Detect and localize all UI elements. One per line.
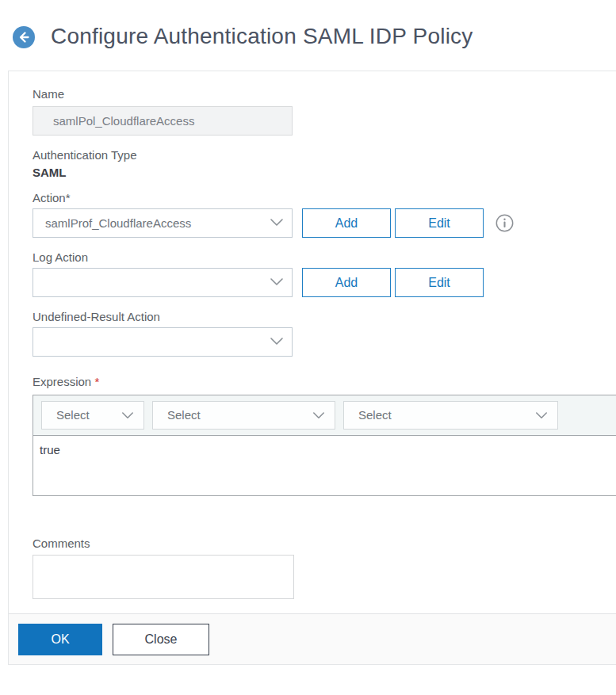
ok-button[interactable]: OK bbox=[18, 624, 102, 655]
chevron-down-icon bbox=[312, 410, 325, 424]
expression-select-3-placeholder: Select bbox=[358, 402, 392, 429]
action-row: samlProf_CloudflareAccess Add Edit bbox=[33, 208, 616, 238]
form-panel: Name samlPol_CloudflareAccess Authentica… bbox=[8, 71, 616, 665]
name-label: Name bbox=[33, 87, 616, 101]
expression-select-2-placeholder: Select bbox=[167, 402, 201, 429]
comments-input[interactable] bbox=[33, 555, 294, 599]
expression-toolbar: Select Select Select bbox=[33, 395, 616, 436]
action-select-value: samlProf_CloudflareAccess bbox=[45, 209, 191, 237]
arrow-left-icon bbox=[13, 39, 35, 51]
info-icon[interactable] bbox=[495, 214, 514, 232]
expression-input[interactable]: true bbox=[33, 436, 616, 495]
expression-select-2[interactable]: Select bbox=[152, 401, 335, 430]
log-action-select[interactable] bbox=[33, 268, 293, 297]
expression-select-3[interactable]: Select bbox=[343, 401, 558, 430]
authentication-type-value: SAML bbox=[33, 166, 616, 180]
back-button[interactable] bbox=[13, 26, 35, 48]
action-add-button[interactable]: Add bbox=[302, 208, 391, 238]
expression-select-1-placeholder: Select bbox=[56, 402, 90, 429]
action-select[interactable]: samlProf_CloudflareAccess bbox=[33, 208, 293, 238]
log-action-row: Add Edit bbox=[33, 268, 616, 297]
log-action-edit-button[interactable]: Edit bbox=[395, 268, 484, 297]
chevron-down-icon bbox=[121, 410, 134, 424]
comments-label: Comments bbox=[33, 537, 616, 551]
log-action-add-button[interactable]: Add bbox=[302, 268, 391, 297]
close-button[interactable]: Close bbox=[113, 624, 209, 655]
chevron-down-icon bbox=[270, 336, 284, 350]
form-footer: OK Close bbox=[9, 613, 616, 664]
undefined-result-action-label: Undefined-Result Action bbox=[33, 310, 616, 324]
required-asterisk: * bbox=[94, 375, 99, 388]
action-edit-button[interactable]: Edit bbox=[395, 208, 484, 238]
chevron-down-icon bbox=[270, 277, 284, 291]
page-title: Configure Authentication SAML IDP Policy bbox=[51, 24, 473, 49]
expression-builder: Select Select Select bbox=[33, 395, 616, 496]
undefined-result-action-row bbox=[33, 327, 616, 357]
expression-label: Expression * bbox=[33, 375, 616, 389]
expression-select-1[interactable]: Select bbox=[41, 401, 144, 430]
action-label: Action* bbox=[33, 191, 616, 205]
undefined-result-action-select[interactable] bbox=[33, 327, 293, 357]
log-action-label: Log Action bbox=[33, 250, 616, 265]
page-header: Configure Authentication SAML IDP Policy bbox=[0, 0, 616, 71]
form-content: Name samlPol_CloudflareAccess Authentica… bbox=[9, 71, 616, 599]
name-field: samlPol_CloudflareAccess bbox=[33, 106, 293, 136]
chevron-down-icon bbox=[535, 410, 548, 424]
chevron-down-icon bbox=[270, 217, 284, 231]
authentication-type-label: Authentication Type bbox=[33, 148, 616, 162]
